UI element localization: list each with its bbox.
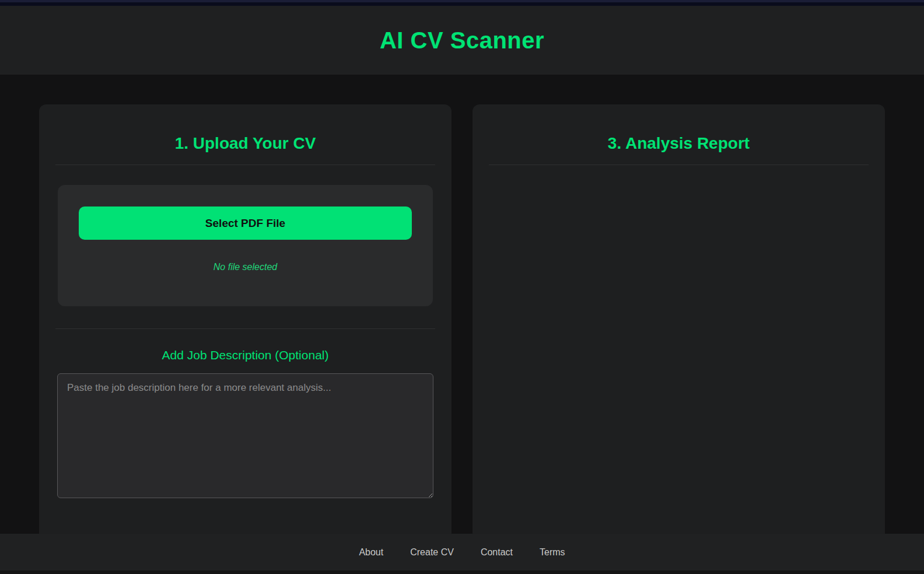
upload-dropzone: Select PDF File No file selected bbox=[58, 185, 433, 306]
app-footer: About Create CV Contact Terms bbox=[0, 534, 924, 570]
divider bbox=[489, 164, 869, 165]
file-status-text: No file selected bbox=[79, 262, 412, 272]
divider bbox=[55, 328, 435, 329]
footer-link-terms[interactable]: Terms bbox=[540, 547, 565, 558]
footer-link-contact[interactable]: Contact bbox=[481, 547, 513, 558]
upload-panel: 1. Upload Your CV Select PDF File No fil… bbox=[39, 104, 452, 534]
divider bbox=[55, 164, 435, 165]
select-pdf-button[interactable]: Select PDF File bbox=[79, 206, 412, 240]
footer-link-create-cv[interactable]: Create CV bbox=[410, 547, 454, 558]
analysis-report-panel: 3. Analysis Report bbox=[473, 104, 885, 534]
page-title: AI CV Scanner bbox=[380, 27, 544, 54]
panel-columns: 1. Upload Your CV Select PDF File No fil… bbox=[39, 75, 885, 534]
job-description-heading: Add Job Description (Optional) bbox=[55, 348, 435, 362]
main-content: 1. Upload Your CV Select PDF File No fil… bbox=[0, 75, 924, 534]
upload-panel-heading: 1. Upload Your CV bbox=[55, 134, 435, 153]
page-bottom-strip bbox=[0, 570, 924, 574]
footer-link-about[interactable]: About bbox=[359, 547, 383, 558]
app-header: AI CV Scanner bbox=[0, 6, 924, 75]
analysis-report-heading: 3. Analysis Report bbox=[489, 134, 869, 153]
job-description-textarea[interactable] bbox=[57, 373, 433, 498]
